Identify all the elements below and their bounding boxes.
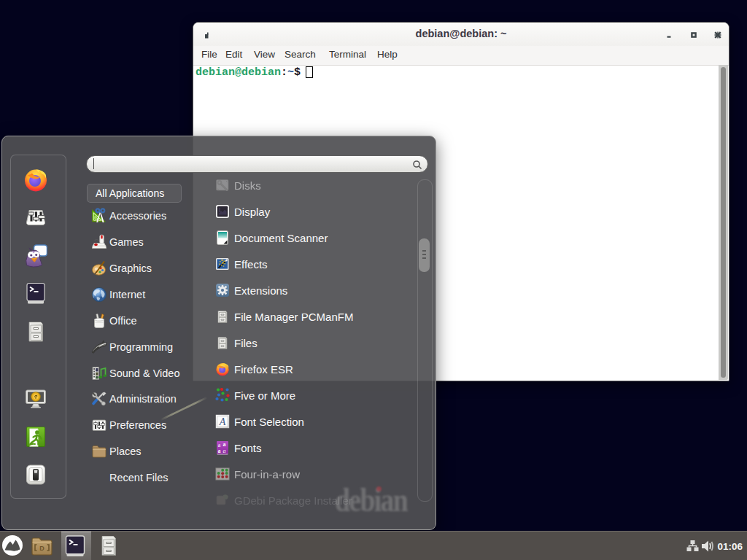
- svg-text:a: a: [218, 448, 221, 454]
- svg-text:A: A: [219, 416, 226, 427]
- svg-text:a: a: [223, 448, 226, 454]
- svg-text:D: D: [39, 545, 44, 552]
